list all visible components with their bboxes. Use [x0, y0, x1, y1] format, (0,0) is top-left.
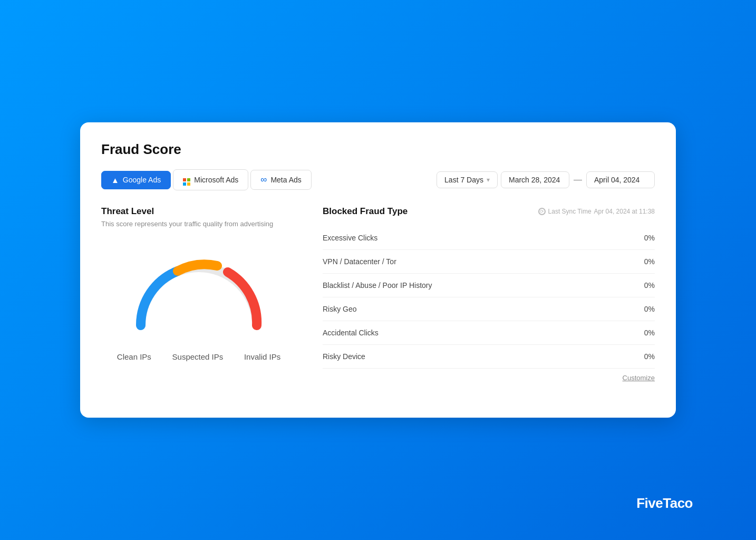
tab-microsoft-ads-label: Microsoft Ads	[194, 176, 238, 184]
tab-group: ▲ Google Ads Microsoft Ads ∞ Meta Ads	[101, 169, 312, 190]
fraud-label-accidental-clicks: Accidental Clicks	[323, 329, 379, 337]
logo-five: Five	[636, 495, 663, 511]
tab-meta-ads-label: Meta Ads	[270, 176, 301, 184]
gauge-svg	[125, 249, 273, 333]
end-date-input[interactable]: April 04, 2024	[586, 171, 655, 188]
date-separator: —	[573, 175, 583, 185]
customize-link[interactable]: Customize	[323, 373, 655, 382]
fraud-value-risky-device: 0%	[644, 352, 655, 361]
sync-label: Last Sync Time	[548, 208, 592, 215]
period-label: Last 7 Days	[444, 176, 483, 184]
blocked-header: Blocked Fraud Type ⟳ Last Sync Time Apr …	[323, 206, 655, 217]
ip-labels: Clean IPs Suspected IPs Invalid IPs	[101, 352, 296, 361]
threat-level-subtitle: This score represents your traffic quali…	[101, 220, 296, 228]
invalid-ips-label: Invalid IPs	[244, 352, 280, 361]
tab-google-ads[interactable]: ▲ Google Ads	[101, 171, 171, 189]
tab-microsoft-ads[interactable]: Microsoft Ads	[173, 169, 248, 190]
sync-time: Apr 04, 2024 at 11:38	[594, 208, 655, 215]
page-title: Fraud Score	[101, 141, 655, 158]
suspected-ips-label: Suspected IPs	[172, 352, 224, 361]
date-controls: Last 7 Days ▾ March 28, 2024 — April 04,…	[437, 171, 655, 188]
fraud-row-risky-device: Risky Device 0%	[323, 345, 655, 369]
microsoft-ads-icon	[183, 174, 190, 186]
fivetaco-logo: FiveTaco	[636, 495, 693, 512]
fraud-label-vpn: VPN / Datacenter / Tor	[323, 257, 396, 266]
fraud-row-blacklist: Blacklist / Abuse / Poor IP History 0%	[323, 274, 655, 297]
clean-ips-label: Clean IPs	[117, 352, 151, 361]
fraud-label-risky-geo: Risky Geo	[323, 305, 357, 313]
period-select[interactable]: Last 7 Days ▾	[437, 171, 498, 188]
fraud-row-accidental-clicks: Accidental Clicks 0%	[323, 321, 655, 345]
fraud-value-vpn: 0%	[644, 257, 655, 266]
fraud-score-card: Fraud Score ▲ Google Ads Microsoft Ads ∞…	[80, 122, 676, 418]
fraud-row-excessive-clicks: Excessive Clicks 0%	[323, 226, 655, 250]
tab-meta-ads[interactable]: ∞ Meta Ads	[250, 170, 312, 190]
fraud-label-excessive-clicks: Excessive Clicks	[323, 234, 377, 242]
fraud-value-risky-geo: 0%	[644, 305, 655, 313]
fraud-value-excessive-clicks: 0%	[644, 234, 655, 242]
logo-taco: Taco	[663, 495, 693, 511]
meta-ads-icon: ∞	[260, 175, 267, 185]
fraud-value-blacklist: 0%	[644, 281, 655, 290]
fraud-row-vpn: VPN / Datacenter / Tor 0%	[323, 250, 655, 274]
start-date-value: March 28, 2024	[509, 176, 560, 184]
fraud-value-accidental-clicks: 0%	[644, 329, 655, 337]
sync-info: ⟳ Last Sync Time Apr 04, 2024 at 11:38	[538, 208, 655, 215]
start-date-input[interactable]: March 28, 2024	[501, 171, 569, 188]
fraud-label-risky-device: Risky Device	[323, 352, 365, 361]
main-content: Threat Level This score represents your …	[101, 206, 655, 382]
fraud-label-blacklist: Blacklist / Abuse / Poor IP History	[323, 281, 432, 290]
left-panel: Threat Level This score represents your …	[101, 206, 296, 382]
fraud-row-risky-geo: Risky Geo 0%	[323, 297, 655, 321]
threat-level-title: Threat Level	[101, 206, 296, 217]
top-row: ▲ Google Ads Microsoft Ads ∞ Meta Ads La…	[101, 169, 655, 190]
google-ads-icon: ▲	[111, 176, 119, 185]
blocked-fraud-title: Blocked Fraud Type	[323, 206, 408, 217]
right-panel: Blocked Fraud Type ⟳ Last Sync Time Apr …	[323, 206, 655, 382]
end-date-value: April 04, 2024	[594, 176, 639, 184]
customize-anchor[interactable]: Customize	[623, 374, 655, 382]
gauge-container	[101, 238, 296, 344]
chevron-down-icon: ▾	[487, 176, 490, 184]
sync-icon: ⟳	[538, 208, 546, 215]
tab-google-ads-label: Google Ads	[123, 176, 161, 184]
